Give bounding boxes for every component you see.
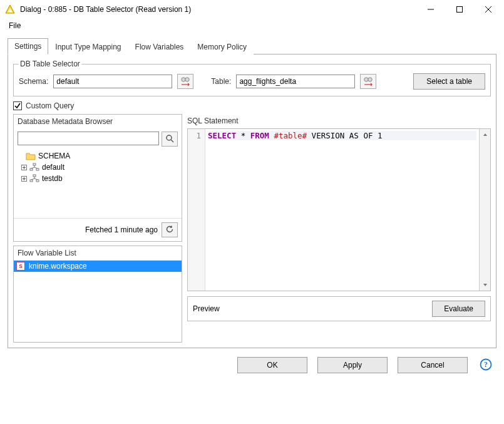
- sql-statement-title: SQL Statement: [187, 114, 491, 128]
- expand-icon[interactable]: [21, 176, 27, 182]
- scroll-up-icon[interactable]: [480, 129, 490, 140]
- db-table-selector-legend: DB Table Selector: [19, 59, 81, 68]
- metadata-browser-title: Database Metadata Browser: [14, 115, 182, 129]
- svg-rect-15: [30, 168, 33, 170]
- help-icon: ?: [480, 358, 492, 373]
- svg-rect-20: [30, 180, 33, 182]
- app-icon: [5, 4, 15, 14]
- flow-variable-title: Flow Variable List: [14, 246, 182, 261]
- ok-button[interactable]: OK: [237, 357, 307, 373]
- tree-root[interactable]: SCHEMA: [18, 150, 178, 162]
- svg-rect-14: [33, 163, 36, 165]
- sql-token-table: #table#: [274, 131, 307, 140]
- schema-variable-button[interactable]: [177, 74, 193, 89]
- sql-code[interactable]: SELECT * FROM #table# VERSION AS OF 1: [205, 129, 479, 291]
- sql-token-from: FROM: [250, 131, 269, 140]
- select-a-table-button[interactable]: Select a table: [413, 73, 485, 90]
- tab-input-type-mapping[interactable]: Input Type Mapping: [48, 39, 128, 54]
- custom-query-label: Custom Query: [26, 101, 74, 110]
- schema-icon: [29, 174, 39, 183]
- window-title: Dialog - 0:885 - DB Table Selector (Read…: [20, 5, 416, 14]
- refresh-metadata-button[interactable]: [162, 222, 178, 237]
- titlebar: Dialog - 0:885 - DB Table Selector (Read…: [0, 0, 504, 19]
- metadata-search-input[interactable]: [18, 132, 159, 145]
- table-label: Table:: [211, 77, 231, 86]
- menubar: File: [0, 19, 504, 34]
- svg-rect-21: [36, 180, 39, 182]
- tab-strip: Settings Input Type Mapping Flow Variabl…: [8, 38, 496, 54]
- svg-point-6: [182, 78, 185, 81]
- tree-item[interactable]: default: [18, 162, 178, 173]
- svg-line-11: [171, 140, 173, 142]
- svg-point-9: [368, 78, 372, 81]
- schema-tree[interactable]: SCHEMA default: [14, 149, 182, 218]
- flow-variable-item-label: knime.workspace: [29, 262, 87, 271]
- schema-icon: [29, 163, 39, 172]
- line-number: 1: [188, 131, 201, 140]
- string-variable-icon: s: [16, 262, 25, 271]
- table-input[interactable]: [236, 75, 355, 88]
- tab-flow-variables[interactable]: Flow Variables: [128, 39, 191, 54]
- flow-variable-item[interactable]: s knime.workspace: [14, 261, 182, 272]
- tree-root-label: SCHEMA: [38, 152, 70, 160]
- sql-editor[interactable]: 1 SELECT * FROM #table# VERSION AS OF 1: [187, 128, 491, 291]
- tab-memory-policy[interactable]: Memory Policy: [190, 39, 254, 54]
- fetched-status: Fetched 1 minute ago: [85, 225, 158, 234]
- schema-input[interactable]: [53, 75, 172, 88]
- scroll-down-icon[interactable]: [480, 279, 490, 291]
- db-table-selector-group: DB Table Selector Schema: Table:: [13, 59, 491, 96]
- tree-item-label: default: [42, 163, 64, 172]
- sql-gutter: 1: [188, 129, 205, 291]
- menu-file[interactable]: File: [5, 20, 24, 31]
- schema-label: Schema:: [19, 77, 48, 86]
- custom-query-row: Custom Query: [13, 101, 491, 110]
- help-button[interactable]: ?: [478, 357, 494, 373]
- svg-rect-16: [36, 168, 39, 170]
- evaluate-button[interactable]: Evaluate: [432, 301, 485, 317]
- flow-variable-list[interactable]: s knime.workspace: [14, 261, 182, 342]
- sql-token-tail: VERSION AS OF 1: [312, 131, 383, 140]
- table-variable-button[interactable]: [360, 74, 376, 89]
- preview-bar: Preview Evaluate: [187, 296, 491, 321]
- svg-point-8: [364, 78, 368, 81]
- maximize-button[interactable]: [445, 0, 474, 19]
- sql-vertical-scrollbar[interactable]: [479, 129, 490, 291]
- svg-point-7: [185, 78, 189, 81]
- sql-token-select: SELECT: [208, 131, 236, 140]
- tree-item[interactable]: testdb: [18, 173, 178, 184]
- svg-point-10: [167, 135, 172, 140]
- apply-button[interactable]: Apply: [317, 357, 388, 373]
- svg-rect-19: [33, 175, 36, 177]
- custom-query-checkbox[interactable]: [13, 101, 22, 110]
- expand-icon[interactable]: [21, 165, 27, 170]
- svg-text:?: ?: [484, 360, 488, 369]
- tree-item-label: testdb: [42, 174, 63, 183]
- dialog-buttons: OK Apply Cancel ?: [0, 348, 504, 381]
- close-button[interactable]: [474, 0, 503, 19]
- preview-label: Preview: [193, 304, 220, 313]
- refresh-icon: [165, 225, 174, 235]
- svg-rect-3: [457, 7, 463, 13]
- metadata-search-button[interactable]: [162, 132, 178, 147]
- folder-icon: [26, 152, 36, 160]
- tab-panel-settings: DB Table Selector Schema: Table:: [8, 54, 496, 348]
- minimize-button[interactable]: [416, 0, 445, 19]
- sql-token-star: *: [241, 131, 246, 140]
- cancel-button[interactable]: Cancel: [398, 357, 468, 373]
- sql-statement-panel: SQL Statement 1 SELECT * FROM #table# VE…: [187, 114, 491, 291]
- metadata-browser-panel: Database Metadata Browser: [13, 114, 182, 242]
- search-icon: [165, 134, 174, 145]
- tab-settings[interactable]: Settings: [8, 38, 48, 54]
- flow-variable-panel: Flow Variable List s knime.workspace: [13, 246, 182, 343]
